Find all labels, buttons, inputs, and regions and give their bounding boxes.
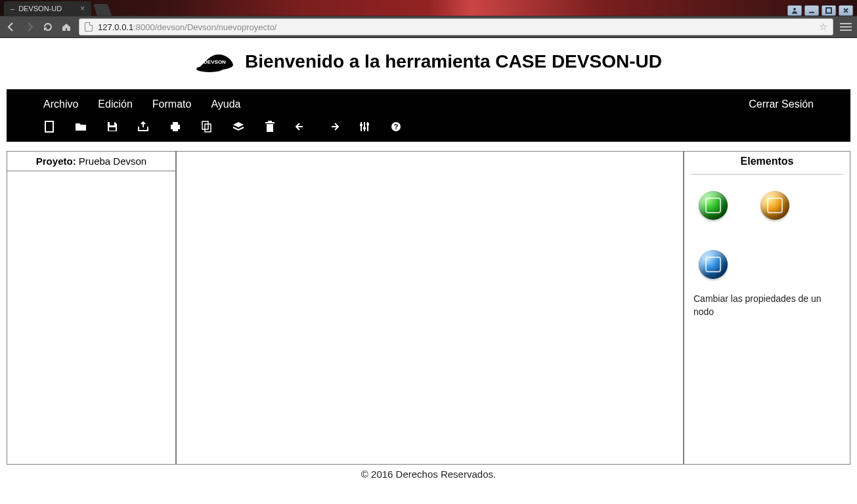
canvas[interactable] bbox=[177, 152, 683, 464]
open-folder-icon[interactable] bbox=[75, 121, 87, 133]
app-menubar: Archivo Edición Formato Ayuda Cerrar Ses… bbox=[7, 89, 850, 142]
svg-rect-2 bbox=[826, 8, 831, 13]
svg-point-0 bbox=[793, 8, 796, 10]
print-icon[interactable] bbox=[169, 121, 181, 133]
nav-forward-icon bbox=[24, 21, 35, 33]
menu-ayuda[interactable]: Ayuda bbox=[211, 98, 240, 110]
svg-rect-5 bbox=[45, 121, 53, 132]
welcome-title: Bienvenido a la herramienta CASE DEVSON-… bbox=[245, 51, 662, 72]
tab-title: DEVSON-UD bbox=[18, 5, 62, 12]
svg-rect-17 bbox=[363, 127, 366, 129]
app-header: DEVSON Bienvenido a la herramienta CASE … bbox=[0, 38, 857, 85]
tab-close-icon[interactable]: × bbox=[80, 4, 85, 13]
project-name: Prueba Devson bbox=[79, 156, 146, 167]
page-icon bbox=[85, 22, 93, 32]
window-maximize-icon[interactable] bbox=[822, 5, 836, 16]
window-close-icon[interactable] bbox=[839, 5, 853, 16]
bookmark-star-icon[interactable]: ☆ bbox=[819, 21, 827, 33]
browser-toolbar: 127.0.0.1:8000/devson/Devson/nuevoproyec… bbox=[0, 16, 857, 38]
project-label: Proyeto: bbox=[36, 156, 76, 167]
redo-icon[interactable] bbox=[327, 121, 339, 133]
nav-home-icon[interactable] bbox=[60, 21, 72, 33]
share-icon[interactable] bbox=[138, 121, 150, 133]
nav-reload-icon[interactable] bbox=[42, 21, 54, 33]
app-toolbar: ? bbox=[7, 118, 850, 136]
footer: © 2016 Derechos Reservados. bbox=[0, 465, 857, 480]
menu-edicion[interactable]: Edición bbox=[98, 98, 132, 110]
node-orange[interactable] bbox=[760, 191, 789, 220]
undo-icon[interactable] bbox=[296, 121, 307, 133]
new-tab-button[interactable] bbox=[93, 4, 112, 16]
svg-rect-16 bbox=[360, 124, 363, 126]
window-user-icon[interactable] bbox=[787, 5, 802, 16]
nav-back-icon[interactable] bbox=[5, 21, 17, 33]
copy-format-icon[interactable] bbox=[201, 121, 213, 133]
svg-rect-1 bbox=[809, 12, 814, 13]
svg-rect-15 bbox=[268, 121, 272, 122]
new-file-icon[interactable] bbox=[43, 121, 55, 133]
elements-title: Elementos bbox=[691, 152, 843, 174]
canvas-scroll[interactable] bbox=[177, 152, 683, 464]
svg-rect-10 bbox=[173, 128, 178, 131]
help-icon[interactable]: ? bbox=[390, 121, 402, 133]
tab-favicon: – bbox=[11, 5, 14, 12]
svg-rect-7 bbox=[109, 127, 116, 131]
project-header: Proyeto: Prueba Devson bbox=[7, 152, 175, 171]
delete-icon[interactable] bbox=[264, 121, 276, 133]
window-minimize-icon[interactable] bbox=[804, 5, 819, 16]
svg-point-3 bbox=[196, 66, 223, 72]
svg-text:?: ? bbox=[394, 123, 399, 131]
svg-rect-9 bbox=[173, 122, 178, 125]
canvas-panel bbox=[177, 152, 683, 464]
browser-tab[interactable]: – DEVSON-UD × bbox=[4, 1, 91, 16]
logout-link[interactable]: Cerrar Sesión bbox=[749, 98, 814, 110]
layers-icon[interactable] bbox=[232, 121, 244, 133]
menu-formato[interactable]: Formato bbox=[152, 98, 192, 110]
url-path: :8000/devson/Devson/nuevoproyecto/ bbox=[133, 22, 276, 32]
menu-archivo[interactable]: Archivo bbox=[43, 98, 78, 110]
url-host: 127.0.0.1 bbox=[98, 22, 133, 32]
settings-sliders-icon[interactable] bbox=[359, 121, 370, 133]
svg-text:DEVSON: DEVSON bbox=[204, 59, 226, 65]
svg-rect-14 bbox=[265, 122, 275, 123]
address-bar[interactable]: 127.0.0.1:8000/devson/Devson/nuevoproyec… bbox=[79, 18, 833, 35]
app-logo: DEVSON bbox=[195, 51, 242, 73]
node-blue[interactable] bbox=[699, 250, 728, 279]
workspace: Proyeto: Prueba Devson Elementos Cambiar… bbox=[7, 151, 850, 465]
divider bbox=[691, 174, 843, 175]
browser-menu-icon[interactable] bbox=[840, 21, 852, 33]
save-icon[interactable] bbox=[106, 121, 118, 133]
svg-rect-18 bbox=[366, 123, 369, 125]
node-green[interactable] bbox=[699, 191, 728, 220]
os-titlebar: – DEVSON-UD × bbox=[0, 0, 857, 16]
svg-rect-13 bbox=[267, 124, 273, 132]
elements-panel: Elementos Cambiar las propiedades de un … bbox=[683, 152, 850, 464]
elements-hint: Cambiar las propiedades de un nodo bbox=[691, 292, 843, 319]
project-panel: Proyeto: Prueba Devson bbox=[7, 152, 177, 464]
svg-rect-6 bbox=[110, 122, 114, 125]
